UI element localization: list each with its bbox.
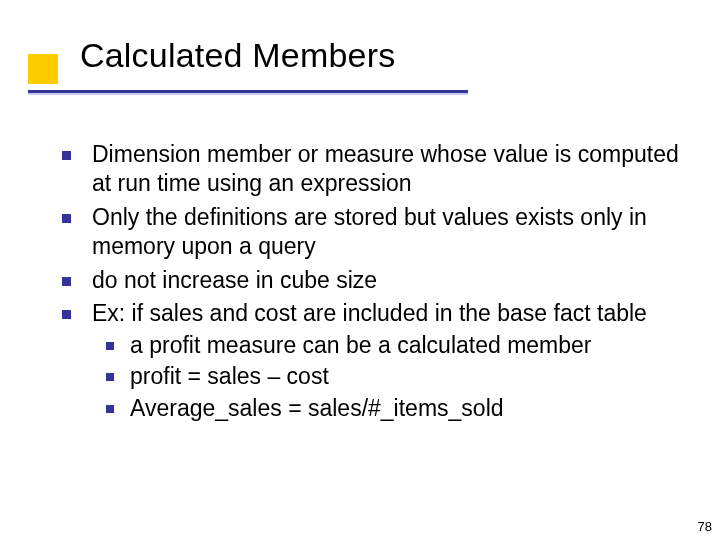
sub-bullet-text: profit = sales – cost (130, 363, 329, 389)
title-underline-dark (28, 90, 468, 93)
list-item: Only the definitions are stored but valu… (56, 203, 692, 262)
list-item: profit = sales – cost (92, 362, 692, 391)
sub-bullet-list: a profit measure can be a calculated mem… (92, 331, 692, 423)
bullet-list: Dimension member or measure whose value … (56, 140, 692, 423)
title-underline-light (28, 93, 468, 95)
slide: Calculated Members Dimension member or m… (0, 0, 720, 540)
list-item: Dimension member or measure whose value … (56, 140, 692, 199)
list-item: do not increase in cube size (56, 266, 692, 295)
sub-bullet-text: a profit measure can be a calculated mem… (130, 332, 592, 358)
slide-body: Dimension member or measure whose value … (56, 140, 692, 427)
sub-bullet-text: Average_sales = sales/#_items_sold (130, 395, 504, 421)
list-item: Average_sales = sales/#_items_sold (92, 394, 692, 423)
title-area: Calculated Members (28, 36, 692, 75)
accent-square-icon (28, 54, 58, 84)
bullet-text: Ex: if sales and cost are included in th… (92, 300, 647, 326)
page-number: 78 (698, 519, 712, 534)
list-item: a profit measure can be a calculated mem… (92, 331, 692, 360)
bullet-text: Dimension member or measure whose value … (92, 141, 679, 196)
bullet-text: do not increase in cube size (92, 267, 377, 293)
bullet-text: Only the definitions are stored but valu… (92, 204, 647, 259)
list-item: Ex: if sales and cost are included in th… (56, 299, 692, 423)
slide-title: Calculated Members (80, 36, 692, 75)
